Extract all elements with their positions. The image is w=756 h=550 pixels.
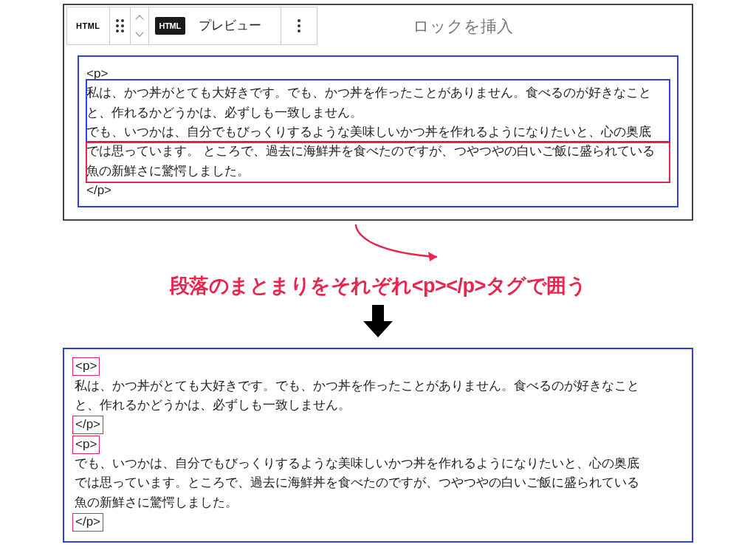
code-line: でも、いつかは、自分でもびっくりするような美味しいかつ丼を作れるようになりたいと… bbox=[86, 123, 670, 142]
svg-marker-2 bbox=[363, 321, 393, 337]
code-line: では思っています。 ところで、過去に海鮮丼を食べたのですが、つやつやの白いご飯に… bbox=[86, 142, 670, 161]
drag-cell[interactable] bbox=[110, 7, 131, 44]
code-line: 私は、かつ丼がとても大好きです。でも、かつ丼を作ったことがありません。食べるのが… bbox=[75, 377, 681, 396]
red-arrow-annotation bbox=[4, 224, 752, 268]
code-editor-area-result[interactable]: <p> 私は、かつ丼がとても大好きです。でも、かつ丼を作ったことがありません。食… bbox=[63, 348, 693, 542]
move-up-icon[interactable] bbox=[135, 15, 143, 23]
highlighted-tag: </p> bbox=[72, 513, 103, 532]
code-line: と、作れるかどうかは、必ずしも一致しません。 bbox=[86, 103, 670, 123]
annotation-text: 段落のまとまりをそれぞれ<p></p>タグで囲う bbox=[4, 272, 752, 299]
block-type-cell[interactable]: HTML bbox=[67, 7, 110, 44]
insert-placeholder: ロックを挿入 bbox=[413, 16, 513, 38]
html-block-label: HTML bbox=[73, 21, 103, 30]
code-line: </p> bbox=[86, 181, 670, 200]
highlighted-tag: <p> bbox=[72, 357, 100, 376]
code-span: ところで、過去に海鮮丼を食べたのですが、つやつやの白いご飯に盛られている bbox=[203, 144, 655, 158]
code-editor-area[interactable]: <p> 私は、かつ丼がとても大好きです。でも、かつ丼を作ったことがありません。食… bbox=[78, 55, 678, 207]
code-line: <p> bbox=[75, 357, 681, 376]
code-line: </p> bbox=[75, 512, 681, 532]
code-line: と、作れるかどうかは、必ずしも一致しません。 bbox=[75, 396, 681, 415]
drag-handle-icon bbox=[116, 19, 124, 32]
svg-rect-1 bbox=[372, 305, 384, 321]
code-line: 私は、かつ丼がとても大好きです。でも、かつ丼を作ったことがありません。食べるのが… bbox=[86, 83, 670, 103]
code-line: <p> bbox=[75, 435, 681, 454]
move-down-icon[interactable] bbox=[135, 28, 143, 36]
move-arrows-cell bbox=[131, 7, 148, 44]
code-line: </p> bbox=[75, 415, 681, 434]
html-view-cell[interactable]: HTML プレビュー bbox=[149, 7, 281, 44]
down-arrow-icon bbox=[360, 305, 396, 339]
html-active-badge: HTML bbox=[155, 17, 185, 35]
kebab-icon bbox=[287, 19, 311, 32]
black-arrow-wrap bbox=[4, 305, 752, 342]
toolbar-group-left: HTML bbox=[66, 7, 149, 45]
more-options-cell[interactable] bbox=[281, 7, 317, 44]
code-line: <p> bbox=[86, 64, 670, 83]
code-line: でも、いつかは、自分でもびっくりするような美味しいかつ丼を作れるようになりたいと… bbox=[75, 454, 681, 473]
curved-arrow-icon bbox=[312, 224, 444, 265]
block-toolbar: HTML HTML プレビュー bbox=[64, 5, 692, 47]
preview-button-label: プレビュー bbox=[185, 17, 275, 34]
code-line: では思っています。ところで、過去に海鮮丼を食べたのですが、つやつやの白いご飯に盛… bbox=[75, 473, 681, 492]
code-line: 魚の新鮮さに驚愕しました。 bbox=[75, 493, 681, 512]
editor-container: HTML HTML プレビュー bbox=[63, 4, 693, 221]
highlighted-tag: <p> bbox=[72, 436, 100, 454]
svg-marker-0 bbox=[428, 252, 437, 261]
code-line: 魚の新鮮さに驚愕しました。 bbox=[86, 162, 670, 181]
code-span: では思っています。 bbox=[86, 144, 199, 158]
highlighted-tag: </p> bbox=[72, 416, 103, 434]
toolbar-group-right: HTML プレビュー bbox=[149, 7, 317, 45]
